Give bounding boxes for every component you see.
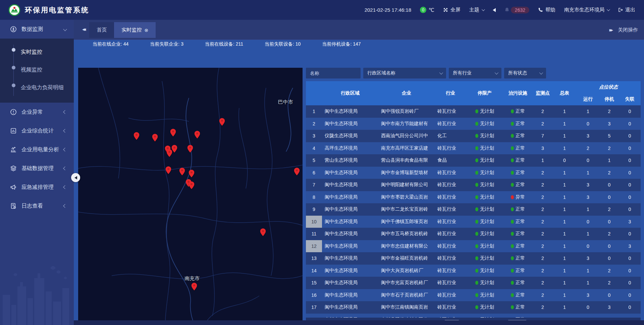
map-canvas[interactable]: 巴中市南充市遂宁市 (78, 68, 303, 325)
table-row[interactable]: 15阆中生态环境局阆中市光富页岩机砖厂砖瓦行业无计划正常21120 (306, 277, 641, 289)
table-row[interactable]: 8阆中生态环境局阆中市枣碧大梁山页岩砖瓦行业无计划异常21300 (306, 191, 641, 204)
table-row[interactable]: 6阆中生态环境局阆中市金博瑞新型墙材砖瓦行业无计划正常21120 (306, 167, 641, 179)
map-pin[interactable] (172, 145, 177, 153)
table-row[interactable]: 2阆中生态环境局阆中市南方节能建材有砖瓦行业无计划正常21030 (306, 118, 641, 130)
table-row[interactable]: 3仪陇生态环境局西南油气田分公司川中化工无计划正常71350 (306, 130, 641, 142)
cell-run: 3 (576, 179, 600, 191)
cell-stopped: 2 (600, 277, 619, 289)
table-row[interactable]: 9阆中生态环境局阆中市二龙长宝页岩砖砖瓦行业无计划正常21120 (306, 203, 641, 216)
sidebar-item-power-usage-analysis[interactable]: 企业用电量分析 (0, 140, 74, 159)
table-row[interactable]: 4高坪生态环境局南充市高坪区王家店建砖瓦行业无计划正常31220 (306, 142, 641, 155)
table-row[interactable]: 12阆中生态环境局阆中市忠信建材有限公砖瓦行业无计划正常21003 (306, 240, 641, 253)
cell-stopped: 2 (600, 228, 619, 240)
map-pin[interactable] (179, 168, 185, 175)
chevron-left-icon (63, 166, 67, 170)
region-select[interactable]: 行政区域名称 (363, 68, 446, 78)
table-row[interactable]: 7阆中生态环境局阆中明阳建材有限公司砖瓦行业无计划正常21300 (306, 179, 641, 191)
cell-stop-status: 无计划 (466, 130, 503, 142)
tab-home[interactable]: 首页 (89, 22, 114, 38)
row-number: 9 (306, 203, 322, 216)
help-button[interactable]: 帮助 (538, 7, 555, 13)
col-offline: 失联 (619, 93, 641, 105)
sidebar-collapse-handle[interactable] (71, 173, 80, 182)
sidebar-item-company-abnormal[interactable]: 企业异常 (0, 103, 74, 121)
tabs-scroll-left-button[interactable]: ◀◀ (82, 28, 85, 31)
tab-realtime[interactable]: 实时监控⊗ (114, 22, 156, 38)
sound-toggle-button[interactable] (493, 8, 496, 12)
status-metric-label: 当前失联设备: (265, 41, 296, 47)
map-pin[interactable] (219, 118, 225, 126)
map-pin[interactable] (187, 145, 193, 153)
sidebar-item-company-statistics[interactable]: 企业综合统计 (0, 121, 74, 140)
table-row[interactable]: 16阆中生态环境局阆中市石子页岩机砖厂砖瓦行业无计划正常21300 (306, 289, 641, 302)
theme-menu[interactable]: 主题 (469, 7, 484, 13)
col-stopped: 停机 (600, 93, 619, 105)
cell-industry: 砖瓦行业 (435, 179, 466, 191)
table-row[interactable]: 5营山生态环境局营山县润丰肉食品有限食品无计划正常10010 (306, 154, 641, 167)
map-pin[interactable] (195, 131, 200, 139)
cell-region: 阆中生态环境局 (322, 179, 378, 191)
map-pin[interactable] (152, 134, 158, 142)
logout-button[interactable]: 退出 (618, 7, 635, 13)
cell-offline: 0 (619, 118, 641, 130)
status-dot-icon (511, 109, 514, 113)
sidebar-item-video-monitoring[interactable]: 视频监控 (0, 61, 74, 79)
org-menu[interactable]: 南充市生态环境局 (564, 7, 609, 13)
status-bar: 当前在线企业: 44当前失联企业: 3当前在线设备: 211当前失联设备: 10… (74, 40, 644, 49)
speaker-icon (493, 8, 496, 12)
sidebar-item-power-load-detail[interactable]: 企业电力负荷明细 (0, 79, 74, 97)
map-pin[interactable] (294, 168, 300, 175)
table-row[interactable]: 11阆中生态环境局阆中市五马桥页岩机砖砖瓦行业无计划正常21120 (306, 228, 641, 240)
name-search-input[interactable] (306, 68, 361, 78)
cell-company: 阆中市五马桥页岩机砖 (378, 228, 435, 240)
bell-icon (504, 7, 509, 12)
stop-status-label: 无计划 (480, 231, 494, 237)
cell-region: 阆中生态环境局 (322, 191, 378, 204)
open-tabs: 首页实时监控⊗ (89, 22, 156, 38)
map-pin[interactable] (170, 129, 176, 137)
cell-company: 西南油气田分公司川中 (378, 130, 435, 142)
cell-run: 1 (576, 167, 600, 179)
cell-run: 0 (576, 314, 600, 318)
table-row[interactable]: 17阆中生态环境局阆中市江南镇阆南页岩砖瓦行业无计划正常21030 (306, 301, 641, 314)
map-pin[interactable] (189, 170, 194, 177)
facility-status-label: 正常 (516, 157, 525, 163)
cell-offline: 0 (619, 289, 641, 302)
cell-industry: 砖瓦行业 (435, 265, 466, 277)
map-pin[interactable] (167, 149, 172, 157)
fullscreen-button[interactable]: 全屏 (443, 7, 461, 13)
tab-label: 首页 (97, 27, 107, 33)
cell-company: 阆中市二龙长宝页岩砖 (378, 203, 435, 216)
sidebar-item-label: 企业异常 (21, 109, 43, 116)
map-pin[interactable] (191, 283, 197, 290)
table-row[interactable]: 13阆中生态环境局阆中市金福旺页岩机砖砖瓦行业无计划正常21300 (306, 252, 641, 265)
map-pin[interactable] (133, 132, 139, 140)
status-dot-icon (475, 293, 478, 297)
status-metric-value: 3 (181, 41, 183, 47)
table-row[interactable]: 10阆中生态环境局阆中千佛镇五郎垭页岩砖瓦行业无计划正常21003 (306, 216, 641, 228)
map-pin[interactable] (260, 228, 266, 236)
cell-run: 3 (576, 252, 600, 265)
sidebar-item-realtime-monitoring[interactable]: 实时监控 (0, 43, 74, 61)
table-row[interactable]: 18南部生态环境局南部县双佛建材有限公砖瓦行业无计划正常21030 (306, 314, 641, 318)
sidebar-item-data-monitoring[interactable]: 数据监测 (0, 20, 74, 39)
cell-run: 0 (576, 301, 600, 314)
status-dot-icon (475, 158, 478, 162)
sidebar-item-basic-data-management[interactable]: 基础数据管理 (0, 159, 74, 178)
table-row[interactable]: 14阆中生态环境局阆中大兴页岩机砖厂砖瓦行业无计划正常21120 (306, 265, 641, 277)
tab-close-icon[interactable]: ⊗ (144, 28, 148, 33)
map-pin[interactable] (165, 166, 171, 174)
status-dot-icon (475, 232, 478, 236)
industry-select[interactable]: 所有行业 (449, 68, 501, 78)
close-operations-menu[interactable]: 关闭操作 (618, 27, 638, 33)
row-number: 5 (306, 154, 322, 167)
status-select[interactable]: 所有状态 (504, 68, 546, 78)
tabs-scroll-right-button[interactable]: ▶▶ (609, 28, 612, 32)
sidebar-item-emergency-reduction[interactable]: 应急减排管理 (0, 178, 74, 197)
sidebar-item-log-view[interactable]: 日志查看 (0, 197, 74, 215)
notifications-button[interactable]: 2632 (504, 7, 529, 13)
workspace: 巴中市南充市遂宁市 行政区域名称 所有行业 所有状态 (74, 48, 644, 325)
cell-stopped: 0 (600, 240, 619, 253)
table-row[interactable]: 1阆中生态环境局阆中强锐页岩砖厂砖瓦行业无计划正常21120 (306, 105, 641, 118)
map-pin[interactable] (189, 181, 194, 189)
